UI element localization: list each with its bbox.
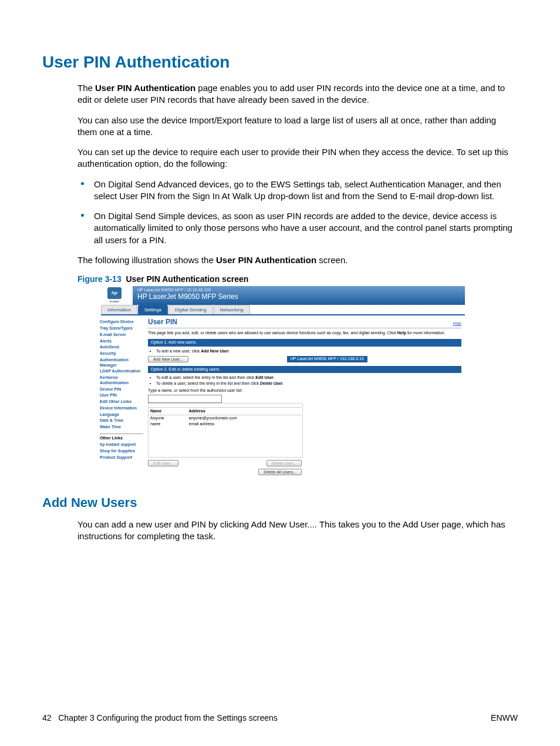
ews-banner: HP LaserJet M9050 MFP / 10.10.48.109 HP … xyxy=(133,286,465,305)
ews-panel-title: User PIN xyxy=(148,318,177,326)
col-name: Name xyxy=(149,407,187,415)
subheading-add-users: Add New Users xyxy=(42,495,518,510)
sidebar-link-product-support[interactable]: Product Support xyxy=(100,455,143,461)
add-new-user-button[interactable]: Add New User... xyxy=(148,356,188,362)
document-page: User PIN Authentication The User PIN Aut… xyxy=(0,0,560,746)
hp-logo-icon: hp xyxy=(107,287,122,299)
type-name-label: Type a name, or select from the authoriz… xyxy=(148,388,461,393)
sidebar-other-links-header: Other Links xyxy=(100,434,143,441)
paragraph-3: You can set up the device to require eac… xyxy=(77,146,518,170)
sidebar-item-user-pin[interactable]: User PIN xyxy=(100,392,143,399)
bullet-list: On Digital Send Advanced devices, go to … xyxy=(77,179,518,246)
help-link[interactable]: Help xyxy=(453,321,461,326)
ews-device-title: HP LaserJet M9050 MFP Series xyxy=(137,293,460,301)
footer-right: ENWW xyxy=(491,713,518,723)
paragraph-1: The User PIN Authentication page enables… xyxy=(77,82,518,106)
ews-intro-text: This page lets you add, edit, or delete … xyxy=(148,331,461,335)
bullet-item: On Digital Send Simple devices, as soon … xyxy=(77,210,518,246)
device-status-bar: HP LaserJet M9050 MFP / 192.168.0.10 xyxy=(287,356,367,362)
sidebar-item-email-server[interactable]: E-mail Server xyxy=(100,332,143,338)
ews-screenshot: hp invent HP LaserJet M9050 MFP / 10.10.… xyxy=(96,286,465,479)
user-list-box: Name Address Anyone anyone@yourdomain.co… xyxy=(148,403,303,458)
col-address: Address xyxy=(187,407,301,415)
body-content: The User PIN Authentication page enables… xyxy=(77,82,518,266)
sub-body: You can add a new user and PIN by clicki… xyxy=(77,519,518,543)
user-search-input[interactable] xyxy=(148,395,222,403)
option2-content: To edit a user, select the entry in the … xyxy=(148,375,461,475)
sidebar-item-ldap-auth[interactable]: LDAP Authentication xyxy=(100,368,143,375)
table-row[interactable]: Anyone anyone@yourdomain.com xyxy=(149,415,301,421)
option1-instruction: To add a new user, click Add New User. xyxy=(156,349,461,354)
sidebar-item-language[interactable]: Language xyxy=(100,412,143,418)
sidebar-item-device-pin[interactable]: Device PIN xyxy=(100,387,143,393)
paragraph-2: You can also use the device Import/Expor… xyxy=(77,115,518,139)
sidebar-link-shop-supplies[interactable]: Shop for Supplies xyxy=(100,448,143,455)
ews-body: Configure Device Tray Sizes/Types E-mail… xyxy=(96,315,465,478)
sidebar-link-instant-support[interactable]: hp instant support xyxy=(100,442,143,448)
option2-instruction-edit: To edit a user, select the entry in the … xyxy=(156,375,461,380)
tab-settings[interactable]: Settings xyxy=(138,305,168,315)
ews-tabs: Information Settings Digital Sending Net… xyxy=(101,305,465,316)
sidebar-item-configure-device[interactable]: Configure Device xyxy=(100,319,143,325)
tab-digital-sending[interactable]: Digital Sending xyxy=(168,305,213,315)
sub-paragraph: You can add a new user and PIN by clicki… xyxy=(77,519,518,543)
page-heading: User PIN Authentication xyxy=(42,53,518,72)
option2-bar: Option 2. Edit or delete existing users. xyxy=(148,366,461,373)
hp-logo: hp invent xyxy=(96,286,133,305)
sidebar-item-device-info[interactable]: Device Information xyxy=(100,405,143,412)
delete-user-button[interactable]: Delete User... xyxy=(266,460,302,466)
sidebar-item-security[interactable]: Security xyxy=(100,351,143,357)
delete-all-users-button[interactable]: Delete All Users... xyxy=(258,469,302,475)
option1-content: To add a new user, click Add New User. A… xyxy=(148,349,461,362)
ews-device-path: HP LaserJet M9050 MFP / 10.10.48.109 xyxy=(137,288,460,293)
user-table: Name Address Anyone anyone@yourdomain.co… xyxy=(149,407,301,428)
tab-networking[interactable]: Networking xyxy=(214,305,250,315)
ews-sidebar: Configure Device Tray Sizes/Types E-mail… xyxy=(96,315,146,464)
table-row[interactable]: name email address xyxy=(149,421,301,427)
page-footer: 42 Chapter 3 Configuring the product fro… xyxy=(42,713,518,723)
option1-bar: Option 1. Add new users. xyxy=(148,339,461,346)
sidebar-item-auth-manager[interactable]: Authentication Manager xyxy=(100,357,143,369)
edit-user-button[interactable]: Edit User... xyxy=(148,460,178,466)
ews-header: hp invent HP LaserJet M9050 MFP / 10.10.… xyxy=(96,286,465,305)
footer-left: 42 Chapter 3 Configuring the product fro… xyxy=(42,713,278,723)
sidebar-item-tray-sizes[interactable]: Tray Sizes/Types xyxy=(100,325,143,332)
sidebar-item-autosend[interactable]: AutoSend xyxy=(100,344,143,351)
sidebar-item-date-time[interactable]: Date & Time xyxy=(100,418,143,424)
paragraph-4: The following illustration shows the Use… xyxy=(77,254,518,266)
figure-caption: Figure 3-13 User PIN Authentication scre… xyxy=(77,274,518,284)
bullet-item: On Digital Send Advanced devices, go to … xyxy=(77,179,518,203)
sidebar-item-kerberos-auth[interactable]: Kerberos Authentication xyxy=(100,375,143,387)
sidebar-item-alerts[interactable]: Alerts xyxy=(100,338,143,345)
ews-main-panel: User PIN Help This page lets you add, ed… xyxy=(146,315,465,478)
sidebar-item-edit-other-links[interactable]: Edit Other Links xyxy=(100,399,143,405)
option2-instruction-delete: To delete a user, select the entry in th… xyxy=(156,381,461,386)
sidebar-main-links: Configure Device Tray Sizes/Types E-mail… xyxy=(100,319,143,431)
tab-information[interactable]: Information xyxy=(101,305,137,315)
sidebar-item-wake-time[interactable]: Wake Time xyxy=(100,424,143,431)
